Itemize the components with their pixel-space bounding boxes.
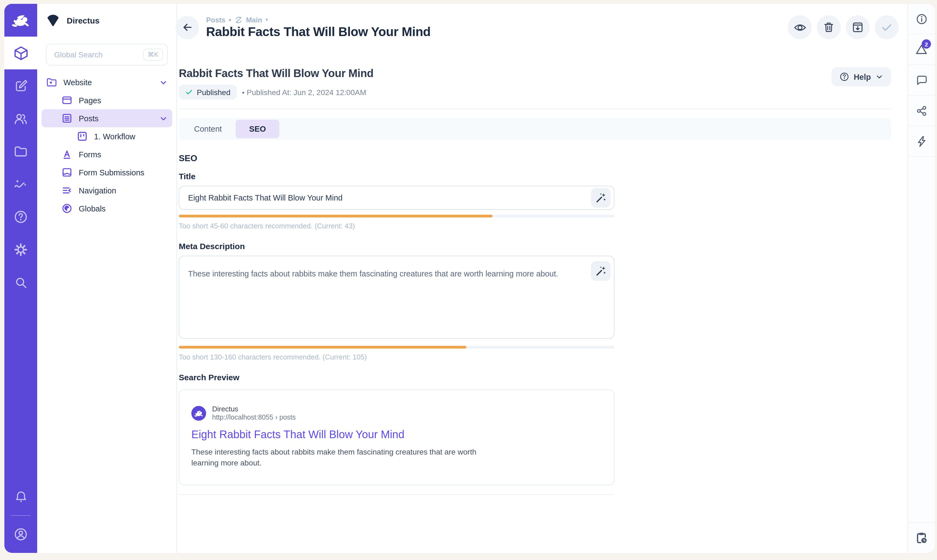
- project-fan-icon: [46, 13, 60, 27]
- back-button[interactable]: [176, 15, 199, 39]
- breadcrumb: Posts • Main ▾: [206, 15, 788, 24]
- module-insights[interactable]: [5, 168, 37, 200]
- global-search[interactable]: ⌘K: [46, 44, 168, 66]
- module-content[interactable]: [5, 37, 37, 69]
- right-sidebar-spacer: [908, 157, 935, 522]
- rabbit-logo-icon: [11, 12, 31, 28]
- project-name: Directus: [67, 15, 100, 25]
- module-settings[interactable]: [5, 233, 37, 266]
- content-head: Rabbit Facts That Will Blow Your Mind Pu…: [179, 67, 891, 100]
- chevron-down-icon: [875, 73, 883, 81]
- help-circle-icon: [839, 72, 849, 82]
- preview-url: http://localhost:8055 › posts: [212, 414, 296, 421]
- chevron-down-icon[interactable]: [159, 114, 168, 123]
- module-bar-spacer: [5, 299, 37, 480]
- project-header[interactable]: Directus: [37, 4, 177, 37]
- breadcrumb-version[interactable]: Main: [246, 15, 262, 24]
- chevron-down-icon[interactable]: [159, 78, 168, 86]
- comment-icon: [915, 74, 928, 86]
- nav-item-label: Posts: [79, 114, 153, 123]
- preview-result-link[interactable]: Eight Rabbit Facts That Will Blow Your M…: [191, 428, 405, 441]
- generate-description-button[interactable]: [591, 261, 610, 281]
- nav-item-label: Pages: [79, 96, 168, 105]
- right-sidebar: 2: [908, 4, 935, 553]
- info-icon: [915, 12, 928, 25]
- save-button[interactable]: [875, 15, 899, 39]
- main-area: Posts • Main ▾ Rabbit Facts That Will Bl…: [177, 4, 908, 553]
- meta-length-progress: [179, 346, 615, 349]
- nav-item-label: Form Submissions: [79, 168, 168, 177]
- info-sidebar-button[interactable]: [908, 4, 935, 34]
- preview-description: These interesting facts about rabbits ma…: [191, 446, 487, 468]
- comments-sidebar-button[interactable]: [908, 65, 935, 95]
- magic-wand-icon: [595, 265, 607, 277]
- share-icon: [915, 104, 928, 117]
- header-titles: Posts • Main ▾ Rabbit Facts That Will Bl…: [206, 15, 788, 39]
- tab-seo[interactable]: SEO: [236, 120, 280, 138]
- inbox-icon: [61, 167, 73, 178]
- flows-sidebar-button[interactable]: [908, 126, 935, 157]
- viewport: Directus ⌘K Website: [0, 0, 937, 560]
- kanban-icon: [77, 131, 88, 142]
- nav-item-navigation[interactable]: Navigation: [42, 182, 172, 199]
- notifications-button[interactable]: [5, 480, 37, 513]
- preview-button[interactable]: [788, 15, 812, 39]
- generate-title-button[interactable]: [591, 188, 610, 208]
- revisions-sidebar-button[interactable]: [908, 522, 935, 553]
- module-docs[interactable]: [5, 200, 37, 233]
- module-users[interactable]: [5, 102, 37, 135]
- help-label: Help: [854, 72, 871, 81]
- help-circle-icon: [13, 209, 28, 225]
- title-field-label: Title: [179, 172, 891, 181]
- nav-item-form-submissions[interactable]: Form Submissions: [42, 163, 172, 182]
- breadcrumb-collection[interactable]: Posts: [206, 15, 225, 24]
- nav-item-website[interactable]: Website: [42, 73, 172, 91]
- status-check-icon: [185, 88, 193, 96]
- folder-star-icon: [46, 77, 57, 88]
- alerts-sidebar-button[interactable]: 2: [908, 34, 935, 65]
- meta-field-label: Meta Description: [179, 242, 891, 251]
- nav-item-label: Navigation: [79, 186, 168, 195]
- directus-rabbit-logo[interactable]: [5, 4, 37, 37]
- bottom-divider: [179, 494, 615, 495]
- clipboard-clock-icon: [915, 531, 928, 545]
- title-length-progress-fill: [179, 215, 493, 217]
- nav-item-workflow[interactable]: 1. Workflow: [42, 127, 172, 145]
- nav-item-forms[interactable]: Forms: [42, 145, 172, 163]
- header-actions: [788, 15, 899, 39]
- tab-content[interactable]: Content: [180, 120, 236, 138]
- module-search[interactable]: [5, 266, 37, 299]
- meta-description-field: These interesting facts about rabbits ma…: [179, 256, 615, 341]
- help-button[interactable]: Help: [831, 67, 891, 86]
- user-menu-button[interactable]: [5, 518, 37, 551]
- check-icon: [880, 20, 894, 34]
- meta-length-progress-fill: [179, 346, 466, 349]
- module-files[interactable]: [5, 135, 37, 168]
- globe-icon: [61, 203, 73, 214]
- nav-item-pages[interactable]: Pages: [42, 91, 172, 109]
- nav-item-label: Website: [63, 78, 153, 86]
- nav-item-posts[interactable]: Posts: [42, 109, 172, 127]
- archive-button[interactable]: [846, 15, 870, 39]
- eye-icon: [793, 20, 807, 34]
- search-shortcut-kbd: ⌘K: [143, 49, 163, 61]
- version-caret-icon[interactable]: ▾: [265, 17, 268, 22]
- seo-title-input[interactable]: [179, 186, 615, 210]
- article-icon: [61, 112, 73, 124]
- global-search-input[interactable]: [54, 50, 139, 59]
- meta-description-textarea[interactable]: These interesting facts about rabbits ma…: [179, 256, 615, 339]
- nav-item-globals[interactable]: Globals: [42, 199, 172, 217]
- item-title: Rabbit Facts That Will Blow Your Mind: [179, 67, 831, 80]
- breadcrumb-separator: •: [229, 15, 231, 24]
- collection-nav: Website Pages: [37, 71, 177, 220]
- module-bar: [5, 4, 37, 553]
- search-preview-card: Directus http://localhost:8055 › posts E…: [179, 389, 615, 485]
- share-sidebar-button[interactable]: [908, 95, 935, 126]
- content-area: Rabbit Facts That Will Blow Your Mind Pu…: [177, 51, 908, 553]
- preview-site-name: Directus: [212, 405, 296, 413]
- title-length-hint: Too short 45-60 characters recommended. …: [179, 222, 891, 230]
- delete-button[interactable]: [817, 15, 841, 39]
- archive-down-icon: [851, 21, 864, 34]
- meta-length-hint: Too short 130-160 characters recommended…: [179, 353, 891, 361]
- module-editor[interactable]: [5, 69, 37, 102]
